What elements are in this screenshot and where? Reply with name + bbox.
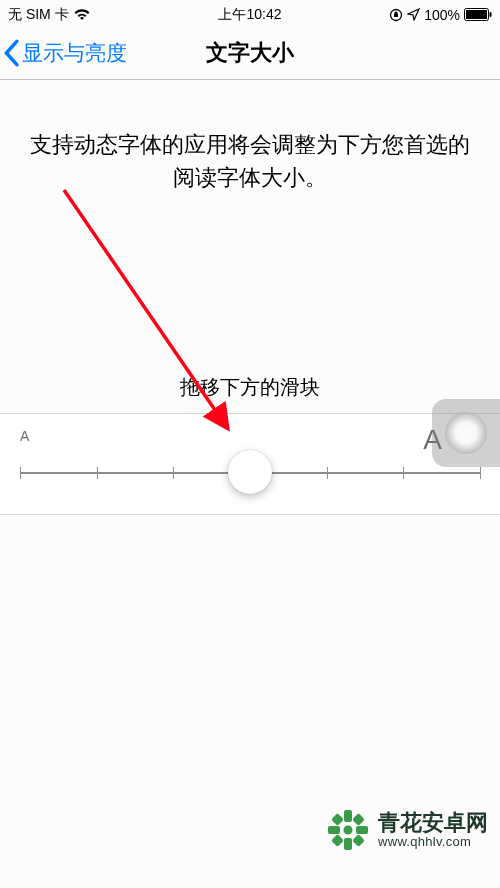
- svg-rect-6: [344, 810, 352, 822]
- slider-thumb[interactable]: [228, 450, 272, 494]
- svg-rect-12: [331, 834, 344, 847]
- watermark-logo-icon: [326, 808, 370, 852]
- page-title: 文字大小: [206, 38, 294, 68]
- battery-percent: 100%: [424, 7, 460, 23]
- slider-tick: [480, 467, 481, 479]
- svg-rect-11: [352, 813, 365, 826]
- svg-rect-3: [490, 12, 492, 17]
- watermark-title: 青花安卓网: [378, 811, 488, 835]
- description-text: 支持动态字体的应用将会调整为下方您首选的阅读字体大小。: [0, 80, 500, 194]
- svg-rect-13: [352, 834, 365, 847]
- svg-rect-2: [466, 10, 487, 19]
- slider-tick: [327, 467, 328, 479]
- chevron-left-icon: [2, 39, 20, 67]
- svg-rect-8: [328, 826, 340, 834]
- svg-rect-9: [356, 826, 368, 834]
- battery-icon: [464, 8, 492, 21]
- status-left: 无 SIM 卡: [8, 6, 91, 24]
- instruction-text: 拖移下方的滑块: [0, 374, 500, 413]
- slider-tick: [403, 467, 404, 479]
- watermark: 青花安卓网 www.qhhlv.com: [326, 808, 488, 852]
- carrier-label: 无 SIM 卡: [8, 6, 69, 24]
- svg-point-14: [344, 826, 353, 835]
- status-right: 100%: [389, 7, 492, 23]
- nav-bar: 显示与亮度 文字大小: [0, 27, 500, 80]
- wifi-icon: [73, 8, 91, 21]
- svg-rect-10: [331, 813, 344, 826]
- slider-tick: [173, 467, 174, 479]
- slider-min-label: A: [20, 428, 29, 444]
- content-area: 支持动态字体的应用将会调整为下方您首选的阅读字体大小。 拖移下方的滑块 A A: [0, 80, 500, 515]
- status-bar: 无 SIM 卡 上午10:42 100%: [0, 0, 500, 27]
- slider-tick: [97, 467, 98, 479]
- text-size-slider-panel: A A: [0, 413, 500, 515]
- status-time: 上午10:42: [218, 6, 281, 24]
- watermark-url: www.qhhlv.com: [378, 835, 488, 849]
- assistive-touch-icon: [445, 412, 487, 454]
- orientation-lock-icon: [389, 8, 403, 22]
- back-label: 显示与亮度: [22, 39, 127, 67]
- location-icon: [407, 8, 420, 21]
- svg-rect-7: [344, 838, 352, 850]
- back-button[interactable]: 显示与亮度: [0, 39, 127, 67]
- watermark-text: 青花安卓网 www.qhhlv.com: [378, 811, 488, 849]
- assistive-touch-button[interactable]: [432, 399, 500, 467]
- slider-tick: [20, 467, 21, 479]
